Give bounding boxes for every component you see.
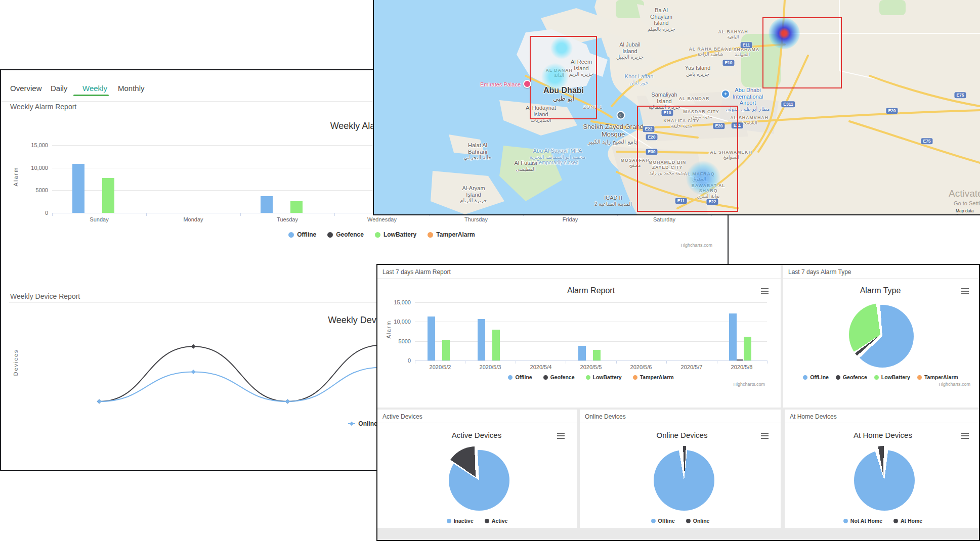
at-home-devices-legend: Not At HomeAt Home xyxy=(785,518,980,524)
legend-dot xyxy=(893,519,898,523)
map-label-text: Sheikh Zayed Grand Mosque xyxy=(583,123,643,138)
highcharts-credit-link[interactable]: Highcharts.com xyxy=(935,382,970,387)
online-devices-pie-chart xyxy=(580,410,781,528)
data-point-marker xyxy=(285,399,290,404)
legend-dot xyxy=(375,232,380,238)
map-label-al-shahama: AL SHAHAMAالشهامة xyxy=(725,47,759,58)
map-label-text: Yas Island xyxy=(685,65,711,71)
bar-lowbattery xyxy=(492,330,500,360)
legend-item-tamperalarm[interactable]: TamperAlarm xyxy=(633,374,674,380)
mosque-icon[interactable]: ☾ xyxy=(617,111,625,120)
active-devices-pie-chart xyxy=(377,410,577,528)
legend-dot xyxy=(843,519,848,523)
legend-item-offline[interactable]: Offline xyxy=(651,518,675,524)
weekly-alarm-legend: OfflineGeofenceLowBatteryTamperAlarm xyxy=(52,231,711,238)
x-axis-label: 2020/5/7 xyxy=(681,364,703,370)
x-axis-label: 2020/5/6 xyxy=(630,364,652,370)
legend-label: TamperAlarm xyxy=(436,231,475,238)
legend-label: Online xyxy=(358,420,377,427)
legend-item-offline[interactable]: Offline xyxy=(288,231,316,238)
x-axis-label: 2020/5/2 xyxy=(430,364,451,370)
y-axis-tick-label: 15,000 xyxy=(18,142,48,148)
map-label-arabic: جامع الشيخ زايد الكبير xyxy=(583,139,644,145)
legend-label: At Home xyxy=(901,518,922,524)
legend-item-geofence[interactable]: Geofence xyxy=(543,374,575,380)
x-axis-label: Tuesday xyxy=(277,216,298,222)
map-label-arabic: جزيرة بالغيلم xyxy=(645,26,678,32)
bar-geofence xyxy=(737,359,743,360)
legend-item-lowbattery[interactable]: LowBattery xyxy=(586,374,622,380)
legend-item-tamperalarm[interactable]: TamperAlarm xyxy=(428,231,475,238)
y-axis-tick-label: 0 xyxy=(380,357,411,364)
map-label-arabic: جزيرة الجبيل xyxy=(615,54,645,60)
active-devices-legend: InactiveActive xyxy=(377,518,577,524)
legend-dot xyxy=(686,519,691,523)
map-label-text: Ba Al Ghaylam Island xyxy=(650,7,672,26)
legend-item-at-home[interactable]: At Home xyxy=(893,518,922,524)
legend-item-active[interactable]: Active xyxy=(485,518,508,524)
x-axis-label: 2020/5/8 xyxy=(731,364,753,370)
legend-dot xyxy=(917,375,922,380)
online-devices-legend: OfflineOnline xyxy=(580,518,781,524)
x-axis-tick xyxy=(616,360,617,364)
map-label-yas-island: Yas Islandجزيرة ياس xyxy=(677,65,718,77)
legend-item-geofence[interactable]: Geofence xyxy=(327,231,364,238)
bar-offline xyxy=(729,313,737,360)
alarm-type-legend: OffLineGeofenceLowBatteryTamperAlarm xyxy=(783,374,978,380)
legend-dot xyxy=(586,375,590,380)
highcharts-credit-link[interactable]: Highcharts.com xyxy=(679,243,712,248)
map-label-text: ICAD II xyxy=(604,195,622,201)
legend-item-inactive[interactable]: Inactive xyxy=(447,518,474,524)
legend-label: LowBattery xyxy=(881,374,910,380)
highcharts-credit-link[interactable]: Highcharts.com xyxy=(727,382,765,387)
map-label-ba-al-ghaylam-island: Ba Al Ghaylam Islandجزيرة بالغيلم xyxy=(645,7,678,32)
x-axis-tick xyxy=(465,360,465,364)
legend-item-online[interactable]: Online xyxy=(686,518,710,524)
x-axis-label: Wednesday xyxy=(367,216,397,222)
data-point-marker xyxy=(191,344,196,349)
legend-item-lowbattery[interactable]: LowBattery xyxy=(874,374,910,380)
panel-online-devices: Online Devices Online Devices OfflineOnl… xyxy=(580,410,781,528)
panel-at-home-devices: At Home Devices At Home Devices Not At H… xyxy=(785,410,980,528)
bar-lowbattery xyxy=(744,337,751,360)
map-label-text: Abu Al Sayayif MPA xyxy=(533,148,582,154)
legend-label: Offline xyxy=(658,518,675,524)
legend-item-geofence[interactable]: Geofence xyxy=(836,374,867,380)
map-label-arabic: جزيرة ياس xyxy=(677,71,718,77)
legend-item-offline[interactable]: Offline xyxy=(508,374,532,380)
legend-label: Offline xyxy=(515,374,532,380)
pie-slice-online xyxy=(654,446,715,507)
map-label-text: AL BAHYAH xyxy=(718,29,748,34)
gridline xyxy=(415,360,767,361)
map-label-al-jubail-island: Al Jubail Islandجزيرة الجبيل xyxy=(615,41,645,60)
alarm-report-legend: OfflineGeofenceLowBatteryTamperAlarm xyxy=(415,374,767,380)
hotel-icon[interactable] xyxy=(523,80,531,88)
x-axis-label: Thursday xyxy=(464,216,488,222)
legend-item-not-at-home[interactable]: Not At Home xyxy=(843,518,882,524)
data-point-marker xyxy=(191,370,196,374)
gridline xyxy=(415,341,767,342)
legend-label: TamperAlarm xyxy=(924,374,958,380)
heatmap-spot-core xyxy=(769,18,800,49)
legend-label: LowBattery xyxy=(593,374,622,380)
legend-item-online[interactable]: Online xyxy=(348,420,377,427)
map-label-al-aryam-island: Al-Aryam Islandجزيرة الأريام xyxy=(457,185,490,204)
legend-item-tamperalarm[interactable]: TamperAlarm xyxy=(917,374,958,380)
legend-item-offline[interactable]: OffLine xyxy=(803,374,829,380)
legend-label: Geofence xyxy=(843,374,867,380)
legend-dot xyxy=(803,375,807,380)
legend-dot xyxy=(633,375,637,380)
map-label-halat-al-bahrani: Halat Al Bahraniحالة البحراني xyxy=(461,142,494,161)
road-badge-e10: E10 xyxy=(722,60,734,66)
road-badge-e11: E11 xyxy=(741,42,752,48)
x-axis-tick xyxy=(334,213,335,216)
legend-label: Online xyxy=(693,518,710,524)
bar-lowbattery xyxy=(102,178,114,213)
x-axis-tick xyxy=(415,360,415,364)
legend-item-lowbattery[interactable]: LowBattery xyxy=(375,231,416,238)
map-label-al-bandar: AL BANDAR xyxy=(679,96,710,101)
x-axis-tick xyxy=(52,213,53,216)
legend-dot xyxy=(447,519,451,523)
airport-icon[interactable]: ✈ xyxy=(721,89,730,99)
map-label-text: Samaliyah Island xyxy=(651,92,677,104)
